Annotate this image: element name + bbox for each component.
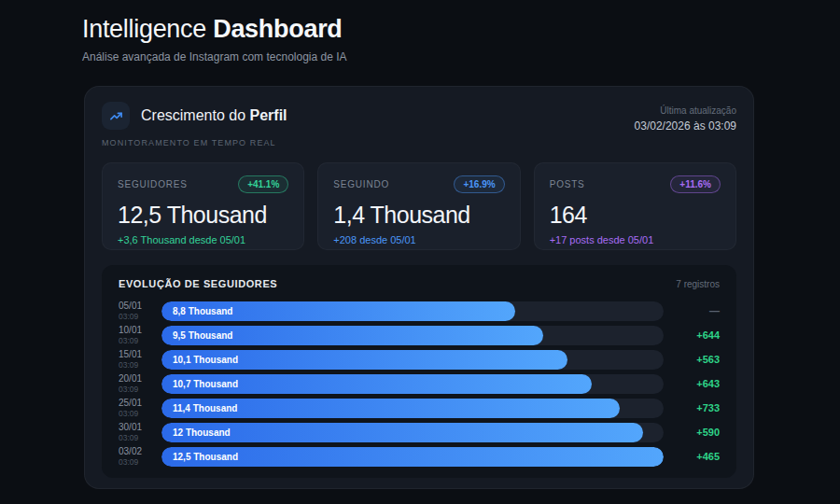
bar-track: 10,1 Thousand xyxy=(161,350,664,370)
stat-value: 1,4 Thousand xyxy=(333,202,504,229)
row-date: 30/0103:09 xyxy=(119,422,161,442)
stat-card-posts: POSTS +11.6% 164 +17 posts desde 05/01 xyxy=(534,162,736,250)
stat-card-seguidores: SEGUIDORES +41.1% 12,5 Thousand +3,6 Tho… xyxy=(102,162,304,250)
row-delta: +643 xyxy=(677,378,720,389)
row-delta: +563 xyxy=(677,354,720,365)
page-subtitle: Análise avançada de Instagram com tecnol… xyxy=(82,50,840,63)
bar: 12,5 Thousand xyxy=(161,447,664,467)
last-update-value: 03/02/2026 às 03:09 xyxy=(635,119,736,133)
chart-row: 15/0103:0910,1 Thousand+563 xyxy=(119,347,720,371)
stat-badge: +11.6% xyxy=(670,175,721,193)
stat-badge: +16.9% xyxy=(454,175,504,193)
growth-panel-header: Crescimento do Perfil MONITORAMENTO EM T… xyxy=(102,102,736,147)
stat-delta: +3,6 Thousand desde 05/01 xyxy=(118,234,288,245)
stat-delta: +208 desde 05/01 xyxy=(333,234,504,245)
panel-title-bold: Perfil xyxy=(250,107,287,123)
stat-badge: +41.1% xyxy=(238,175,288,193)
row-date: 15/0103:09 xyxy=(119,349,161,370)
chart-records-count: 7 registros xyxy=(676,279,720,289)
chart-rows: 05/0103:098,8 Thousand—10/0103:099,5 Tho… xyxy=(119,299,720,469)
page-title: Intelligence Dashboard xyxy=(82,15,840,44)
row-date: 20/0103:09 xyxy=(119,373,161,394)
chart-row: 30/0103:0912 Thousand+590 xyxy=(119,420,720,444)
chart-row: 25/0103:0911,4 Thousand+733 xyxy=(119,396,720,420)
trending-up-icon xyxy=(102,102,130,130)
page-header: Intelligence Dashboard Análise avançada … xyxy=(0,0,840,63)
bar-track: 11,4 Thousand xyxy=(161,399,664,418)
bar: 8,8 Thousand xyxy=(161,301,515,321)
row-date: 10/0103:09 xyxy=(119,325,161,345)
row-date: 03/0203:09 xyxy=(119,446,161,467)
last-update-label: Última atualização xyxy=(635,105,736,116)
chart-row: 20/0103:0910,7 Thousand+643 xyxy=(119,371,720,396)
bar-label: 12 Thousand xyxy=(173,427,231,438)
bar-track: 12,5 Thousand xyxy=(161,447,664,467)
row-date: 05/0103:09 xyxy=(119,301,161,321)
followers-evolution-chart: EVOLUÇÃO DE SEGUIDORES 7 registros 05/01… xyxy=(102,265,736,478)
stat-label: POSTS xyxy=(550,179,585,189)
bar: 9,5 Thousand xyxy=(161,326,543,345)
bar: 10,7 Thousand xyxy=(161,374,592,394)
bar-label: 10,1 Thousand xyxy=(173,355,238,365)
monitor-label: MONITORAMENTO EM TEMPO REAL xyxy=(102,138,287,147)
bar: 12 Thousand xyxy=(161,423,643,442)
stat-card-seguindo: SEGUINDO +16.9% 1,4 Thousand +208 desde … xyxy=(317,162,520,250)
page-title-bold: Dashboard xyxy=(213,15,342,43)
stat-label: SEGUINDO xyxy=(333,179,389,189)
page-title-light: Intelligence xyxy=(82,15,206,43)
bar-label: 8,8 Thousand xyxy=(173,306,232,316)
bar-track: 8,8 Thousand xyxy=(161,301,664,321)
stat-delta: +17 posts desde 05/01 xyxy=(550,234,721,245)
bar-track: 10,7 Thousand xyxy=(161,374,664,394)
row-date: 25/0103:09 xyxy=(119,398,161,418)
bar-label: 11,4 Thousand xyxy=(173,403,237,413)
growth-panel-header-left: Crescimento do Perfil MONITORAMENTO EM T… xyxy=(102,102,287,147)
chart-row: 05/0103:098,8 Thousand— xyxy=(119,299,720,323)
panel-title-normal: Crescimento do xyxy=(141,107,245,123)
growth-panel: Crescimento do Perfil MONITORAMENTO EM T… xyxy=(84,86,754,489)
row-delta: — xyxy=(677,305,720,316)
panel-title: Crescimento do Perfil xyxy=(141,107,287,124)
row-delta: +644 xyxy=(677,329,720,341)
last-update: Última atualização 03/02/2026 às 03:09 xyxy=(635,102,736,133)
stat-value: 164 xyxy=(550,202,721,229)
chart-row: 10/0103:099,5 Thousand+644 xyxy=(119,323,720,347)
bar-track: 12 Thousand xyxy=(161,423,664,442)
bar-label: 10,7 Thousand xyxy=(173,379,238,389)
bar: 10,1 Thousand xyxy=(161,350,567,370)
bar-track: 9,5 Thousand xyxy=(161,326,664,345)
bar-label: 9,5 Thousand xyxy=(173,330,232,341)
row-delta: +465 xyxy=(677,451,720,462)
bar: 11,4 Thousand xyxy=(161,399,620,418)
chart-row: 03/0203:0912,5 Thousand+465 xyxy=(119,444,720,469)
row-delta: +590 xyxy=(677,427,720,438)
stats-row: SEGUIDORES +41.1% 12,5 Thousand +3,6 Tho… xyxy=(102,162,736,250)
stat-value: 12,5 Thousand xyxy=(118,202,288,229)
bar-label: 12,5 Thousand xyxy=(173,452,238,462)
row-delta: +733 xyxy=(677,402,720,413)
chart-title: EVOLUÇÃO DE SEGUIDORES xyxy=(119,278,277,289)
stat-label: SEGUIDORES xyxy=(118,179,188,189)
